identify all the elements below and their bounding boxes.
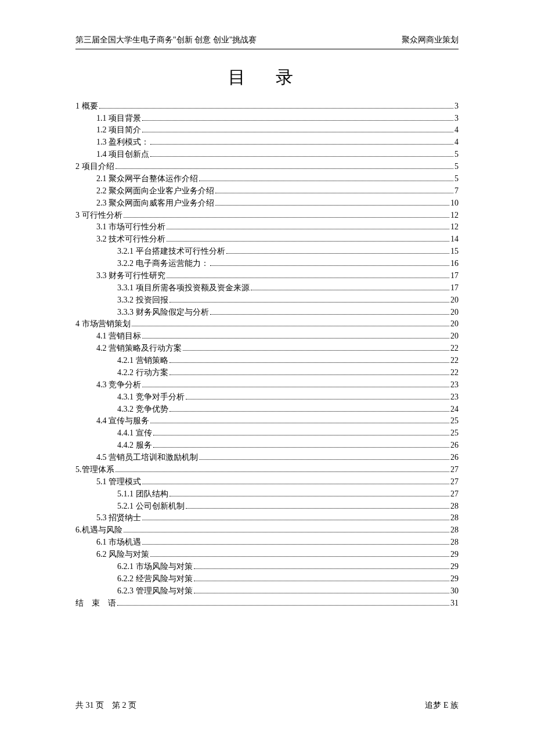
toc-leader-dots [142, 126, 453, 133]
toc-entry-label: 6.2.1 市场风险与对策 [117, 563, 193, 571]
toc-entry: 4 市场营销策划20 [75, 318, 459, 330]
toc-entry-page: 25 [450, 429, 459, 437]
toc-entry-label: 4.3.2 竞争优势 [117, 405, 168, 413]
toc-entry-label: 3.3.3 财务风险假定与分析 [117, 308, 209, 316]
toc-entry-label: 1.3 盈利模式： [96, 138, 149, 146]
toc-leader-dots [251, 283, 450, 290]
toc-entry-label: 5.1.1 团队结构 [117, 490, 168, 498]
toc-entry-page: 23 [450, 393, 459, 401]
toc-entry: 4.2 营销策略及行动方案22 [75, 343, 459, 355]
toc-entry-label: 4.2.1 营销策略 [117, 357, 168, 365]
toc-entry: 3.1 市场可行性分析12 [75, 221, 459, 233]
toc-leader-dots [153, 441, 450, 448]
toc-leader-dots [132, 320, 450, 327]
toc-leader-dots [169, 489, 450, 496]
toc-entry-page: 10 [450, 199, 459, 207]
toc-leader-dots [117, 599, 449, 606]
page-footer: 共 31 页 第 2 页 追梦 E 族 [75, 700, 459, 711]
toc-entry-label: 6.2.2 经营风险与对策 [117, 575, 193, 583]
toc-entry: 3.3.2 投资回报20 [75, 294, 459, 306]
toc-entry-page: 17 [450, 284, 459, 292]
footer-left: 共 31 页 第 2 页 [75, 700, 136, 711]
toc-leader-dots [142, 332, 449, 339]
header-left: 第三届全国大学生电子商务"创新 创意 创业"挑战赛 [75, 35, 257, 45]
toc-entry-page: 31 [450, 599, 459, 607]
toc-entry-page: 3 [454, 114, 459, 123]
toc-entry-label: 1 概要 [75, 102, 98, 110]
toc-entry-label: 3.3.2 投资回报 [117, 296, 168, 304]
toc-entry: 5.1.1 团队结构27 [75, 488, 459, 500]
toc-entry-label: 4.5 营销员工培训和激励机制 [96, 453, 198, 462]
toc-leader-dots [150, 138, 453, 145]
toc-leader-dots [226, 247, 450, 254]
toc-entry-page: 26 [450, 441, 459, 449]
toc-entry-page: 24 [450, 405, 459, 413]
toc-entry-page: 4 [454, 126, 459, 134]
toc-entry-label: 3.2 技术可行性分析 [96, 235, 165, 243]
toc-entry-page: 23 [450, 381, 459, 389]
toc-entry-label: 3 可行性分析 [75, 211, 122, 219]
toc-entry: 4.4.2 服务26 [75, 440, 459, 452]
toc-entry-label: 4.2 营销策略及行动方案 [96, 344, 182, 352]
toc-entry-label: 4.4 宣传与服务 [96, 417, 149, 425]
toc-entry-page: 20 [450, 296, 459, 304]
toc-entry-label: 4.2.2 行动方案 [117, 369, 168, 377]
page: 第三届全国大学生电子商务"创新 创意 创业"挑战赛 聚众网商业策划 目 录 1 … [0, 0, 534, 756]
toc-entry-label: 结 束 语 [75, 599, 116, 607]
toc-leader-dots [199, 174, 453, 181]
toc-entry-page: 5 [454, 163, 459, 171]
toc-entry-page: 27 [450, 466, 459, 474]
toc-entry-label: 5.2.1 公司创新机制 [117, 502, 185, 510]
toc-entry: 1.3 盈利模式：4 [75, 136, 459, 149]
running-header: 第三届全国大学生电子商务"创新 创意 创业"挑战赛 聚众网商业策划 [75, 35, 459, 49]
toc-entry-page: 14 [450, 235, 459, 243]
toc-entry-page: 12 [450, 211, 459, 219]
toc-entry-page: 30 [450, 587, 459, 595]
toc-entry-page: 16 [450, 260, 459, 268]
toc-entry-page: 22 [450, 357, 459, 365]
toc-entry-page: 27 [450, 490, 459, 498]
toc-entry-label: 2.2 聚众网面向企业客户业务介绍 [96, 187, 214, 195]
toc-entry: 3.2.1 平台搭建技术可行性分析15 [75, 246, 459, 258]
toc-entry-page: 20 [450, 320, 459, 328]
toc-entry: 6.1 市场机遇28 [75, 537, 459, 549]
toc-leader-dots [142, 380, 449, 387]
toc-entry-label: 3.2.2 电子商务运营能力： [117, 260, 209, 268]
toc-leader-dots [167, 271, 449, 278]
toc-leader-dots [124, 526, 450, 533]
toc-entry-label: 4.4.2 服务 [117, 441, 152, 449]
toc-entry: 3.3.3 财务风险假定与分析20 [75, 306, 459, 318]
toc-leader-dots [142, 114, 453, 121]
toc-leader-dots [169, 296, 450, 303]
toc-entry-label: 5.3 招贤纳士 [96, 514, 141, 522]
toc-leader-dots [150, 550, 449, 557]
toc-leader-dots [210, 308, 450, 315]
toc-leader-dots [186, 502, 450, 509]
toc-entry-page: 28 [450, 502, 459, 510]
toc-leader-dots [186, 393, 450, 399]
toc-leader-dots [142, 538, 449, 545]
document-title: 目 录 [75, 66, 459, 89]
toc-entry: 4.2.1 营销策略22 [75, 354, 459, 366]
toc-entry-label: 4 市场营销策划 [75, 320, 131, 328]
toc-entry-page: 22 [450, 344, 459, 352]
toc-entry-page: 26 [450, 453, 459, 462]
toc-leader-dots [194, 586, 450, 593]
toc-entry-page: 20 [450, 308, 459, 316]
toc-entry-label: 5.管理体系 [75, 466, 114, 474]
toc-entry-label: 3.2.1 平台搭建技术可行性分析 [117, 247, 225, 255]
header-right: 聚众网商业策划 [402, 35, 459, 45]
toc-entry: 1 概要3 [75, 100, 459, 112]
toc-entry-page: 15 [450, 247, 459, 255]
toc-entry-label: 1.2 项目简介 [96, 126, 141, 134]
toc-entry-label: 1.4 项目创新点 [96, 150, 149, 159]
toc-entry: 2.1 聚众网平台整体运作介绍5 [75, 172, 459, 185]
toc-entry: 2.3 聚众网面向威客用户业务介绍10 [75, 197, 459, 209]
toc-entry: 5.3 招贤纳士28 [75, 512, 459, 524]
toc-entry-label: 6.机遇与风险 [75, 526, 122, 534]
toc-entry-page: 28 [450, 514, 459, 522]
toc-leader-dots [210, 260, 450, 267]
toc-leader-dots [142, 514, 449, 521]
toc-entry: 4.3.2 竞争优势24 [75, 403, 459, 415]
toc-leader-dots [199, 453, 449, 460]
